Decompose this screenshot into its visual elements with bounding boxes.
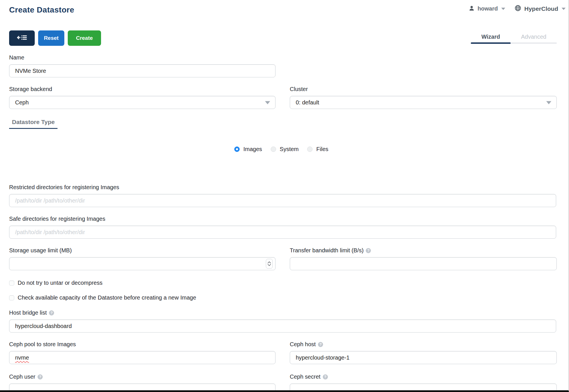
help-icon[interactable]	[366, 248, 371, 253]
tabs: WizardAdvanced	[471, 34, 557, 44]
safe-dirs-label: Safe directories for registering Images	[9, 216, 105, 222]
stepper-up-icon	[268, 261, 271, 263]
restricted-dirs-label: Restricted directories for registering I…	[9, 184, 119, 191]
host-bridge-list-label: Host bridge list	[9, 310, 47, 316]
storage-usage-limit-label: Storage usage limit (MB)	[9, 247, 72, 254]
create-button[interactable]: Create	[68, 30, 101, 46]
ceph-user-input[interactable]	[9, 383, 276, 392]
tab-label: Advanced	[521, 34, 547, 40]
tab-label: Wizard	[481, 34, 500, 40]
storage-usage-limit-input[interactable]	[9, 257, 276, 270]
cluster-group: Cluster 0: default	[290, 86, 557, 109]
name-field-group: Name	[9, 54, 276, 77]
radio-icon[interactable]	[234, 147, 240, 152]
ceph-host-input[interactable]	[290, 351, 557, 364]
back-to-list-icon	[17, 34, 27, 43]
ceph-secret-input[interactable]	[290, 383, 557, 392]
ceph-pool-group: Ceph pool to store Images nvme	[9, 341, 276, 364]
checkbox-label: Do not try to untar or decompress	[18, 280, 102, 286]
safe-dirs-input[interactable]	[9, 226, 556, 239]
tenant-menu-label: HyperCloud	[524, 5, 558, 12]
create-datastore-page: howard HyperCloud WizardAdvanced Create …	[0, 0, 569, 392]
storage-backend-value: Ceph	[15, 99, 29, 106]
stepper-down-icon	[268, 264, 271, 266]
datastore-type-options: ImagesSystemFiles	[234, 146, 556, 152]
checkbox-row[interactable]: Check available capacity of the Datastor…	[9, 294, 556, 301]
ceph-pool-input[interactable]: nvme	[9, 351, 276, 364]
ceph-pool-label: Ceph pool to store Images	[9, 341, 76, 348]
cluster-label: Cluster	[290, 86, 308, 92]
storage-backend-label: Storage backend	[9, 86, 52, 92]
tab-wizard[interactable]: Wizard	[471, 34, 511, 44]
ceph-secret-group: Ceph secret	[290, 374, 557, 392]
help-icon[interactable]	[38, 374, 43, 379]
checkbox-row[interactable]: Do not try to untar or decompress	[9, 280, 556, 286]
host-bridge-list-input[interactable]	[9, 319, 556, 333]
checkbox-label: Check available capacity of the Datastor…	[18, 294, 196, 301]
chevron-down-icon	[562, 8, 566, 10]
ceph-secret-label: Ceph secret	[290, 374, 321, 380]
account-menu: howard HyperCloud	[469, 5, 566, 13]
transfer-bandwidth-limit-label: Transfer bandwidth limit (B/s)	[290, 247, 363, 254]
number-stepper[interactable]	[266, 259, 273, 269]
user-icon	[469, 5, 475, 13]
chevron-down-icon	[265, 101, 270, 104]
ceph-host-label: Ceph host	[290, 341, 316, 348]
name-label: Name	[9, 54, 24, 61]
radio-icon[interactable]	[307, 147, 313, 152]
cluster-select[interactable]: 0: default	[290, 96, 557, 109]
cluster-value: 0: default	[296, 99, 319, 106]
radio-system[interactable]: System	[271, 146, 299, 152]
radio-images[interactable]: Images	[234, 146, 262, 152]
checkbox-icon[interactable]	[9, 295, 14, 300]
ceph-user-group: Ceph user	[9, 374, 276, 392]
radio-label: Images	[243, 146, 262, 152]
tab-advanced[interactable]: Advanced	[511, 34, 557, 44]
datastore-type-section-title: Datastore Type	[9, 119, 57, 129]
chevron-down-icon	[546, 101, 551, 104]
help-icon[interactable]	[49, 310, 54, 315]
option-checkboxes: Do not try to untar or decompressCheck a…	[9, 280, 556, 301]
name-input[interactable]	[9, 64, 276, 77]
safe-dirs-group: Safe directories for registering Images	[9, 216, 556, 239]
back-to-list-button[interactable]	[9, 30, 35, 46]
storage-usage-limit-group: Storage usage limit (MB)	[9, 247, 276, 270]
storage-backend-group: Storage backend Ceph	[9, 86, 276, 109]
ceph-host-group: Ceph host	[290, 341, 557, 364]
radio-files[interactable]: Files	[307, 146, 328, 152]
restricted-dirs-input[interactable]	[9, 194, 556, 207]
radio-label: System	[280, 146, 299, 152]
tenant-menu[interactable]: HyperCloud	[514, 5, 566, 13]
reset-button[interactable]: Reset	[38, 30, 64, 46]
transfer-bandwidth-limit-group: Transfer bandwidth limit (B/s)	[290, 247, 557, 270]
user-menu[interactable]: howard	[469, 5, 505, 13]
restricted-dirs-group: Restricted directories for registering I…	[9, 184, 556, 207]
chevron-down-icon	[501, 8, 505, 10]
checkbox-icon[interactable]	[9, 280, 14, 286]
radio-icon[interactable]	[271, 147, 276, 152]
user-menu-label: howard	[478, 5, 498, 12]
ceph-user-label: Ceph user	[9, 374, 35, 380]
help-icon[interactable]	[318, 342, 323, 347]
transfer-bandwidth-limit-input[interactable]	[290, 257, 557, 270]
help-icon[interactable]	[323, 374, 328, 379]
storage-backend-select[interactable]: Ceph	[9, 96, 276, 109]
ceph-pool-value: nvme	[15, 354, 29, 361]
radio-label: Files	[316, 146, 328, 152]
globe-icon	[514, 5, 521, 13]
host-bridge-list-group: Host bridge list	[9, 310, 556, 333]
